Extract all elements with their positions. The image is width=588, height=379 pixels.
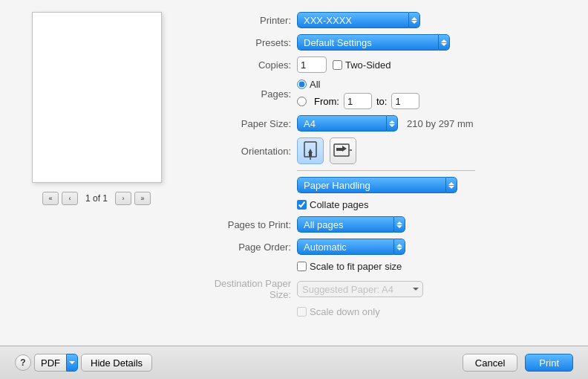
paper-size-select-wrapper[interactable]: A4: [297, 115, 398, 132]
destination-paper-select-wrapper: Suggested Paper: A4: [297, 281, 423, 297]
printer-control: XXX-XXXX: [297, 12, 420, 28]
footer-right: Cancel Print: [463, 354, 573, 372]
pdf-arrow-button[interactable]: [66, 354, 78, 372]
dialog-body: « ‹ 1 of 1 › » Printer: XXX-XXXX: [0, 0, 588, 346]
printer-row: Printer: XXX-XXXX: [193, 12, 573, 28]
portrait-icon: [303, 141, 318, 161]
presets-select[interactable]: Default Settings: [297, 34, 438, 51]
page-order-arrow-down: [396, 247, 402, 250]
collate-text: Collate pages: [310, 199, 369, 210]
svg-marker-2: [308, 149, 313, 153]
pages-to-print-select[interactable]: All pages: [297, 216, 393, 233]
print-button[interactable]: Print: [525, 354, 573, 372]
preview-nav: « ‹ 1 of 1 › »: [42, 192, 151, 205]
orientation-control: [297, 137, 356, 164]
next-page-button[interactable]: ›: [115, 192, 131, 205]
two-sided-label[interactable]: Two-Sided: [333, 59, 391, 71]
page-indicator: 1 of 1: [85, 193, 108, 204]
copies-control: Two-Sided: [297, 56, 391, 73]
portrait-button[interactable]: [297, 137, 324, 164]
pages-all-label[interactable]: All: [297, 79, 320, 90]
print-dialog: « ‹ 1 of 1 › » Printer: XXX-XXXX: [0, 0, 588, 379]
page-order-select-wrapper[interactable]: Automatic: [297, 239, 405, 255]
paper-size-control: A4 210 by 297 mm: [297, 115, 474, 132]
section-arrow-up: [448, 182, 454, 185]
copies-row: Copies: Two-Sided: [193, 56, 573, 73]
pages-to-print-arrow-down: [396, 225, 402, 228]
svg-rect-3: [309, 153, 312, 157]
pages-from-text: From:: [314, 96, 339, 107]
pages-to-print-select-wrapper[interactable]: All pages: [297, 216, 405, 233]
section-dropdown-control: Paper Handling: [297, 177, 457, 193]
two-sided-checkbox[interactable]: [333, 60, 342, 70]
printer-select-wrapper[interactable]: XXX-XXXX: [297, 12, 420, 28]
destination-paper-row: Destination Paper Size: Suggested Paper:…: [193, 278, 573, 300]
printer-spinner[interactable]: [408, 12, 420, 28]
footer-left: ? PDF Hide Details: [15, 354, 152, 372]
hide-details-button[interactable]: Hide Details: [81, 354, 152, 372]
scale-down-only-control: Scale down only: [297, 306, 380, 317]
pages-row: Pages: All From: to:: [193, 79, 573, 109]
scale-down-only-row: Scale down only: [193, 306, 573, 317]
last-page-button[interactable]: »: [134, 192, 151, 205]
pages-to-print-arrow-up: [396, 221, 402, 224]
svg-rect-7: [336, 148, 342, 151]
section-dropdown-row: Paper Handling: [193, 177, 573, 193]
pages-from-input[interactable]: [344, 93, 372, 109]
page-order-spinner[interactable]: [393, 239, 405, 255]
dialog-footer: ? PDF Hide Details Cancel Print: [0, 346, 588, 379]
pdf-main-button[interactable]: PDF: [34, 354, 66, 372]
pages-to-print-row: Pages to Print: All pages: [193, 216, 573, 233]
pages-to-input[interactable]: [391, 93, 419, 109]
scale-to-fit-control: Scale to fit paper size: [297, 261, 402, 272]
pages-from-radio[interactable]: [297, 97, 307, 106]
paper-size-arrow-down: [389, 124, 395, 127]
scale-to-fit-checkbox-label[interactable]: Scale to fit paper size: [297, 261, 402, 272]
help-button[interactable]: ?: [15, 354, 31, 371]
presets-label: Presets:: [193, 37, 297, 48]
pages-to-print-spinner[interactable]: [393, 216, 405, 233]
section-spinner[interactable]: [445, 177, 457, 193]
orientation-row: Orientation:: [193, 137, 573, 164]
presets-row: Presets: Default Settings: [193, 34, 573, 51]
pages-to-print-label: Pages to Print:: [193, 219, 297, 230]
printer-select[interactable]: XXX-XXXX: [297, 12, 408, 28]
scale-down-only-checkbox-label: Scale down only: [297, 306, 380, 317]
presets-select-wrapper[interactable]: Default Settings: [297, 34, 450, 51]
paper-size-select[interactable]: A4: [297, 115, 386, 132]
landscape-button[interactable]: [330, 137, 356, 164]
section-select-wrapper[interactable]: Paper Handling: [297, 177, 457, 193]
preview-paper: [32, 12, 162, 183]
presets-arrow-up: [441, 39, 447, 42]
printer-arrow-up: [411, 17, 417, 20]
paper-size-spinner[interactable]: [386, 115, 398, 132]
paper-size-arrow-up: [389, 120, 395, 123]
collate-checkbox-label[interactable]: Collate pages: [297, 199, 369, 210]
pages-label: Pages:: [193, 88, 297, 100]
scale-down-only-text: Scale down only: [310, 306, 380, 317]
presets-arrow-down: [441, 43, 447, 46]
prev-page-button[interactable]: ‹: [62, 192, 78, 205]
page-order-control: Automatic: [297, 239, 405, 255]
pdf-button-group: PDF: [34, 354, 78, 372]
collate-checkbox[interactable]: [297, 200, 307, 210]
copies-label: Copies:: [193, 59, 297, 71]
first-page-button[interactable]: «: [42, 192, 59, 205]
collate-control: Collate pages: [297, 199, 369, 210]
destination-paper-label: Destination Paper Size:: [193, 278, 297, 300]
pages-all-radio[interactable]: [297, 80, 307, 89]
copies-input[interactable]: [297, 56, 327, 73]
pages-control: All From: to:: [297, 79, 419, 109]
page-order-select[interactable]: Automatic: [297, 239, 393, 255]
form-panel: Printer: XXX-XXXX Presets:: [193, 12, 573, 346]
pages-from-row: From: to:: [297, 93, 419, 109]
two-sided-text: Two-Sided: [345, 59, 391, 71]
scale-to-fit-checkbox[interactable]: [297, 262, 307, 271]
cancel-button[interactable]: Cancel: [463, 354, 517, 372]
presets-spinner[interactable]: [438, 34, 450, 51]
section-select[interactable]: Paper Handling: [297, 177, 445, 193]
printer-label: Printer:: [193, 15, 297, 26]
scale-to-fit-text: Scale to fit paper size: [310, 261, 402, 272]
pages-all-text: All: [310, 79, 320, 90]
preview-panel: « ‹ 1 of 1 › »: [15, 12, 178, 346]
